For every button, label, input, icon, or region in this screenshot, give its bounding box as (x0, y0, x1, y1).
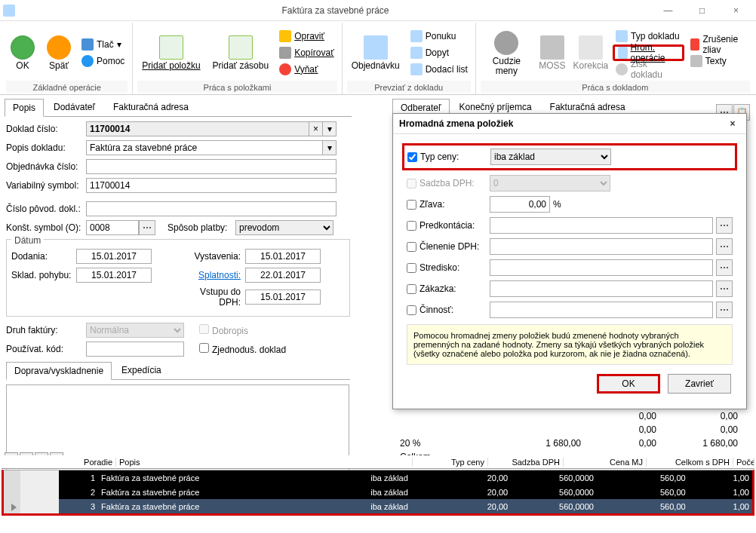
window-title: Faktúra za stavebné práce (20, 5, 651, 16)
stredisko-input[interactable] (490, 259, 713, 276)
order-button[interactable]: Objednávku (347, 27, 404, 78)
dodania-input[interactable] (76, 249, 152, 264)
sklad-pohybu-input[interactable] (76, 268, 152, 283)
cinnost-label: Činnosť: (419, 305, 453, 315)
konst-symbol-lookup[interactable]: ⋯ (139, 220, 155, 235)
zakazka-checkbox[interactable] (407, 284, 416, 294)
zakazka-lookup[interactable]: ⋯ (716, 280, 733, 297)
grid-h-poradie[interactable]: Poradie (74, 458, 116, 467)
maximize-button[interactable]: □ (685, 1, 719, 20)
sadzba-dph-select: 0 (490, 175, 610, 191)
vystavenia-label: Vystavenia: (177, 251, 245, 262)
cinnost-lookup[interactable]: ⋯ (716, 302, 733, 318)
var-symbol-input[interactable] (86, 178, 337, 193)
vstupu-dph-input[interactable] (245, 289, 321, 305)
tab-popis[interactable]: Popis (5, 99, 44, 117)
stredisko-checkbox[interactable] (407, 263, 416, 273)
grid-header: Poradie Popis Typ ceny Sadzba DPH Cena M… (2, 455, 754, 469)
grid-h-sadzba[interactable]: Sadzba DPH (488, 458, 564, 467)
grid-h-celkom[interactable]: Celkom s DPH (647, 458, 733, 467)
typ-ceny-label: Typ ceny: (420, 152, 459, 162)
splatnosti-input[interactable] (245, 268, 321, 283)
popis-dokladu-dd[interactable]: ▾ (323, 140, 337, 155)
close-button[interactable]: × (719, 1, 753, 20)
cut-button[interactable]: Vyňať (276, 61, 337, 78)
back-label: Späť (49, 61, 69, 71)
moss-button[interactable]: MOSS (536, 27, 569, 78)
dialog-ok-button[interactable]: OK (597, 374, 660, 394)
sposob-platby-select[interactable]: prevodom (235, 220, 333, 235)
predkontacia-checkbox[interactable] (407, 221, 416, 231)
grid-h-typceny[interactable]: Typ ceny (413, 458, 488, 467)
druh-faktury-label: Druh faktúry: (6, 325, 86, 335)
doklad-cislo-input[interactable] (86, 121, 309, 136)
vstupu-dph-label: Vstupu do DPH: (177, 286, 245, 308)
minimize-button[interactable]: — (651, 1, 685, 20)
ok-button[interactable]: OK (6, 27, 39, 78)
predkontacia-input[interactable] (490, 217, 713, 234)
copy-button[interactable]: Kopírovať (276, 44, 337, 61)
table-row[interactable]: 2Faktúra za stavebné práceiba základ20,0… (4, 485, 752, 499)
clenenie-dph-input[interactable] (490, 238, 713, 255)
cinnost-input[interactable] (490, 302, 713, 318)
grid-h-popis[interactable]: Popis (116, 458, 413, 467)
left-tabs: Popis Dodávateľ Fakturačná adresa (5, 98, 352, 117)
zlava-input[interactable] (490, 196, 550, 213)
doklad-cislo-dd[interactable]: ▾ (323, 121, 337, 136)
dialog-close-button[interactable]: × (725, 118, 740, 129)
foreign-currency-button[interactable]: Cudzie meny (481, 27, 533, 78)
ribbon-group-doc-label: Práca s dokladom (481, 81, 750, 93)
table-row[interactable]: 1Faktúra za stavebné práceiba základ20,0… (4, 470, 752, 485)
ribbon-group-basic-label: Základné operácie (6, 81, 128, 93)
splatnosti-label[interactable]: Splatnosti: (177, 270, 245, 280)
doc-profit-button[interactable]: Zisk dokladu (613, 61, 684, 78)
tab-expedicia[interactable]: Expedícia (113, 361, 170, 379)
help-button[interactable]: Pomoc (78, 53, 128, 69)
doklad-cislo-label: Doklad číslo: (6, 124, 86, 134)
title-bar: Faktúra za stavebné práce — □ × (0, 0, 756, 21)
clenenie-dph-checkbox[interactable] (407, 242, 416, 252)
typ-ceny-select[interactable]: iba základ (490, 149, 611, 165)
konst-symbol-input[interactable] (86, 220, 139, 235)
demand-button[interactable]: Dopyt (407, 44, 471, 61)
stredisko-label: Stredisko: (419, 262, 459, 273)
items-grid[interactable]: 1Faktúra za stavebné práceiba základ20,0… (4, 470, 752, 513)
back-button[interactable]: Späť (42, 27, 75, 78)
stredisko-lookup[interactable]: ⋯ (716, 259, 733, 276)
grid-h-cenamj[interactable]: Cena MJ (564, 458, 647, 467)
texts-button[interactable]: Texty (687, 53, 750, 69)
tab-fakt-adresa-left[interactable]: Fakturačná adresa (105, 98, 197, 116)
predkontacia-lookup[interactable]: ⋯ (716, 217, 733, 234)
doklad-cislo-clear[interactable]: × (309, 121, 323, 136)
offer-button[interactable]: Ponuku (407, 28, 471, 44)
zjednodus-label: Zjednoduš. doklad (212, 345, 286, 355)
objednavka-cislo-input[interactable] (86, 159, 337, 174)
cislo-povod-input[interactable] (86, 201, 337, 216)
table-row[interactable]: 3Faktúra za stavebné práceiba základ20,0… (4, 499, 752, 513)
grid-h-pocet[interactable]: Počet MJ (733, 458, 754, 467)
edit-button[interactable]: Opraviť (276, 28, 337, 44)
print-button[interactable]: Tlač ▾ (78, 36, 128, 53)
sadzba-dph-label: Sadzba DPH: (419, 178, 475, 188)
dobropis-label: Dobropis (212, 326, 248, 336)
var-symbol-label: Variabilný symbol: (6, 180, 86, 191)
cinnost-checkbox[interactable] (407, 305, 416, 315)
pouzivat-kod-input[interactable] (86, 342, 184, 357)
vystavenia-input[interactable] (245, 249, 321, 264)
correction-button[interactable]: Korekcia (572, 27, 610, 78)
konst-symbol-label: Konšt. symbol (O): (6, 222, 86, 233)
zjednodus-doklad-checkbox[interactable] (199, 343, 209, 353)
typ-ceny-checkbox[interactable] (407, 152, 417, 162)
add-item-button[interactable]: Pridať položku (137, 27, 204, 78)
cancel-discounts-button[interactable]: Zrušenie zliav (687, 36, 750, 53)
zlava-checkbox[interactable] (407, 200, 416, 210)
add-stock-button[interactable]: Pridať zásobu (208, 27, 274, 78)
clenenie-dph-lookup[interactable]: ⋯ (716, 238, 733, 255)
bulk-change-dialog: Hromadná zmena položiek × Typ ceny: iba … (392, 113, 747, 409)
dialog-cancel-button[interactable]: Zavrieť (668, 374, 731, 394)
delivery-note-button[interactable]: Dodací list (407, 61, 471, 78)
popis-dokladu-input[interactable] (86, 140, 323, 155)
zakazka-input[interactable] (490, 280, 713, 297)
tab-doprava[interactable]: Doprava/vyskladnenie (6, 362, 112, 380)
tab-dodavatel[interactable]: Dodávateľ (45, 98, 103, 116)
